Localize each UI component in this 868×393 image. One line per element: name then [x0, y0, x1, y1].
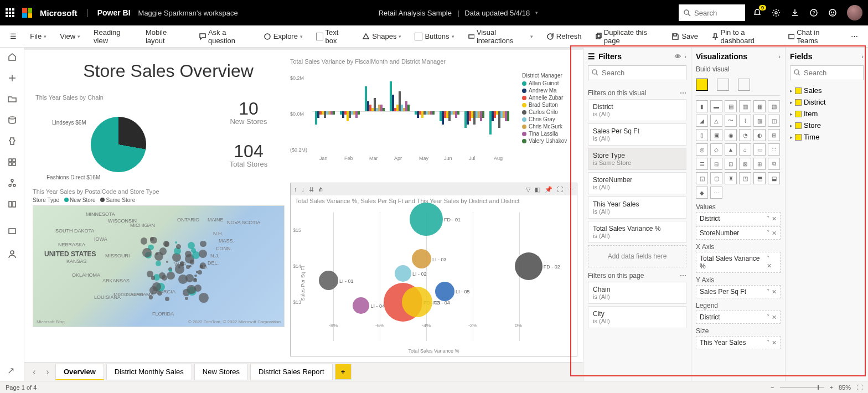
- page-tab[interactable]: New Stores: [194, 364, 248, 380]
- viz-type-icon[interactable]: ▣: [710, 129, 722, 141]
- filter-card[interactable]: Store Typeis Same Store: [588, 148, 686, 170]
- viz-type-icon[interactable]: ▯: [696, 129, 708, 141]
- viz-type-icon[interactable]: ◐: [753, 129, 766, 141]
- field-well-item[interactable]: This Year Sales˅ ✕: [696, 336, 781, 349]
- browse-icon[interactable]: [7, 94, 17, 104]
- mobile-layout-button[interactable]: Mobile layout: [140, 26, 189, 47]
- hamburger-icon[interactable]: ☰: [4, 32, 22, 40]
- viz-type-icon[interactable]: ◎: [696, 143, 708, 156]
- viz-type-icon[interactable]: 〜: [725, 115, 737, 127]
- viz-type-icon[interactable]: ▲: [725, 143, 737, 156]
- field-table[interactable]: Item: [790, 108, 864, 120]
- download-icon[interactable]: [790, 8, 799, 17]
- help-icon[interactable]: ?: [809, 8, 818, 17]
- pie-chart[interactable]: [91, 117, 146, 172]
- filter-card[interactable]: Cityis (All): [588, 306, 686, 328]
- reading-view-button[interactable]: Reading view: [88, 26, 138, 47]
- feedback-icon[interactable]: [828, 8, 837, 17]
- workspace-name[interactable]: Maggie Sparkman's workspace: [138, 9, 238, 17]
- viz-type-icon[interactable]: ▨: [753, 115, 766, 127]
- viz-type-icon[interactable]: ◔: [739, 129, 751, 141]
- page-tab[interactable]: Overview: [55, 364, 104, 380]
- focus-mode-icon[interactable]: ◧: [535, 186, 540, 193]
- viz-type-icon[interactable]: ∷: [768, 143, 780, 156]
- collapse-viz-icon[interactable]: ›: [778, 53, 781, 60]
- zoom-out-button[interactable]: −: [771, 384, 774, 391]
- textbox-button[interactable]: Text box: [311, 26, 354, 47]
- pin-visual-icon[interactable]: 📌: [545, 186, 552, 193]
- viz-type-icon[interactable]: ▭: [753, 143, 766, 156]
- page-tab[interactable]: District Monthly Sales: [106, 364, 192, 380]
- bar-chart[interactable]: $0.2M$0.0M($0.2M)JanFebMarAprMayJunJulAu…: [290, 67, 522, 156]
- filters-search-input[interactable]: [588, 65, 686, 80]
- workspaces-icon[interactable]: [7, 226, 17, 236]
- viz-type-icon[interactable]: ⌂: [739, 143, 751, 156]
- home-icon[interactable]: [7, 52, 17, 62]
- expand-hierarchy-icon[interactable]: ⋔: [318, 186, 323, 193]
- viz-type-icon[interactable]: ⊠: [739, 158, 751, 170]
- legend-item[interactable]: Chris McGurk: [522, 123, 577, 130]
- legend-item[interactable]: Carlos Grilo: [522, 109, 577, 115]
- file-menu[interactable]: File▾: [24, 30, 52, 43]
- viz-type-icon[interactable]: ◳: [739, 172, 751, 184]
- viz-type-icon[interactable]: ▢: [710, 172, 722, 184]
- visual-interactions-menu[interactable]: Visual interactions▾: [462, 26, 539, 47]
- report-canvas[interactable]: Store Sales Overview This Year Sales by …: [24, 50, 583, 362]
- field-well-item[interactable]: StoreNumber˅ ✕: [696, 226, 781, 240]
- more-icon[interactable]: ⋯: [680, 89, 686, 97]
- viz-type-icon[interactable]: ◱: [696, 172, 708, 184]
- viz-type-icon[interactable]: ◇: [710, 143, 722, 156]
- save-button[interactable]: Save: [666, 30, 704, 43]
- viz-type-icon[interactable]: ◉: [725, 129, 737, 141]
- add-filter-drop-zone[interactable]: Add data fields here: [588, 245, 686, 267]
- legend-item[interactable]: Andrew Ma: [522, 87, 577, 94]
- build-visual-tab[interactable]: [696, 79, 708, 91]
- legend-item[interactable]: Brad Sutton: [522, 102, 577, 108]
- add-page-button[interactable]: +: [335, 364, 352, 380]
- field-table[interactable]: Sales: [790, 85, 864, 96]
- viz-type-icon[interactable]: ◢: [696, 115, 708, 127]
- collapse-filters-icon[interactable]: ›: [684, 53, 686, 60]
- settings-icon[interactable]: [772, 8, 781, 17]
- field-well-item[interactable]: Total Sales Variance %˅ ✕: [696, 252, 781, 273]
- global-search[interactable]: Search: [679, 4, 745, 21]
- scatter-chart[interactable]: $15$14$13-8%-6%-4%-2%0%FD - 01FD - 02FD …: [291, 206, 577, 355]
- legend-item[interactable]: Valery Ushakov: [522, 138, 577, 144]
- notifications-icon[interactable]: 9: [753, 8, 762, 17]
- viz-type-icon[interactable]: ⬓: [768, 172, 780, 184]
- spotlight-icon[interactable]: ⛶: [557, 186, 563, 193]
- shapes-menu[interactable]: Shapes▾: [356, 30, 407, 43]
- viz-type-icon[interactable]: ▧: [768, 100, 780, 112]
- expand-nav-icon[interactable]: ↗: [7, 365, 17, 375]
- chat-teams-button[interactable]: Chat in Teams: [782, 26, 843, 47]
- data-updated-label[interactable]: Data updated 5/4/18: [464, 9, 530, 17]
- viz-type-icon[interactable]: ⊞: [768, 129, 780, 141]
- viz-type-icon[interactable]: ♜: [725, 172, 737, 184]
- user-avatar[interactable]: [847, 5, 862, 20]
- field-well-item[interactable]: Sales Per Sq Ft˅ ✕: [696, 285, 781, 298]
- more-options-icon[interactable]: ⋯: [845, 30, 864, 43]
- viz-type-icon[interactable]: ⧉: [768, 158, 780, 170]
- pin-dashboard-button[interactable]: Pin to a dashboard: [706, 26, 780, 47]
- view-icon[interactable]: 👁: [675, 53, 681, 60]
- expand-level-icon[interactable]: ⇊: [309, 186, 314, 193]
- drill-down-icon[interactable]: ↓: [302, 186, 305, 193]
- zoom-in-button[interactable]: +: [830, 384, 833, 391]
- deployment-icon[interactable]: [7, 178, 17, 188]
- metrics-icon[interactable]: [7, 136, 17, 146]
- viz-type-icon[interactable]: ☰: [696, 158, 708, 170]
- report-name[interactable]: Retail Analysis Sample: [379, 9, 452, 17]
- zoom-slider[interactable]: [780, 387, 824, 388]
- field-well-item[interactable]: District˅ ✕: [696, 212, 781, 225]
- drill-up-icon[interactable]: ↑: [294, 186, 297, 193]
- viz-type-icon[interactable]: ⊡: [725, 158, 737, 170]
- duplicate-page-button[interactable]: Duplicate this page: [589, 26, 664, 47]
- app-launcher-icon[interactable]: [6, 8, 14, 17]
- viz-type-icon[interactable]: ▬: [710, 100, 722, 112]
- viz-type-icon[interactable]: ⊟: [710, 158, 722, 170]
- legend-item[interactable]: Tina Lassila: [522, 131, 577, 137]
- tab-prev-icon[interactable]: ‹: [29, 367, 40, 377]
- legend-item[interactable]: Annelie Zubar: [522, 95, 577, 101]
- fit-page-icon[interactable]: ⛶: [856, 384, 862, 391]
- collapse-fields-icon[interactable]: ›: [861, 53, 864, 60]
